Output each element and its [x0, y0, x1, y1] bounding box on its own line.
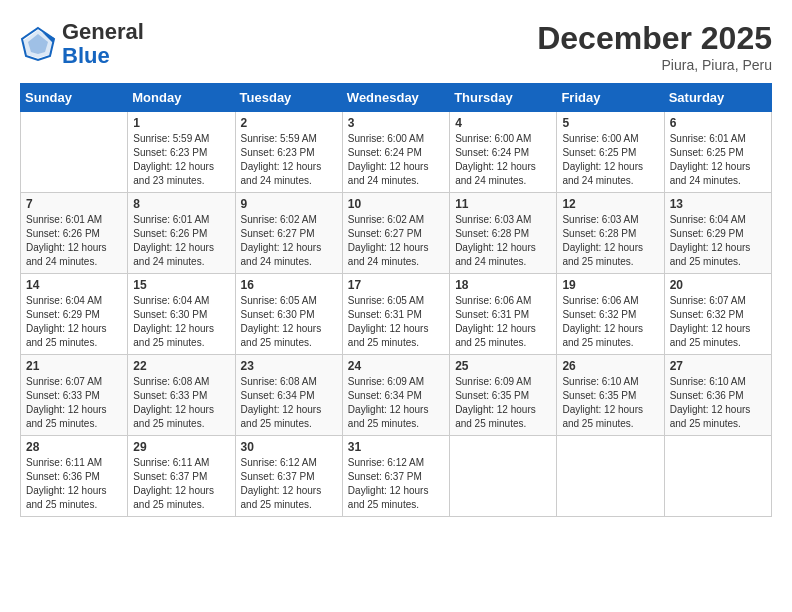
day-info: Sunrise: 6:11 AM Sunset: 6:36 PM Dayligh…: [26, 456, 122, 512]
calendar-cell: 21Sunrise: 6:07 AM Sunset: 6:33 PM Dayli…: [21, 355, 128, 436]
day-info: Sunrise: 6:08 AM Sunset: 6:33 PM Dayligh…: [133, 375, 229, 431]
calendar-cell: [450, 436, 557, 517]
calendar-cell: [664, 436, 771, 517]
day-info: Sunrise: 6:06 AM Sunset: 6:32 PM Dayligh…: [562, 294, 658, 350]
day-info: Sunrise: 6:00 AM Sunset: 6:25 PM Dayligh…: [562, 132, 658, 188]
day-info: Sunrise: 6:02 AM Sunset: 6:27 PM Dayligh…: [241, 213, 337, 269]
calendar-cell: 19Sunrise: 6:06 AM Sunset: 6:32 PM Dayli…: [557, 274, 664, 355]
day-header-sunday: Sunday: [21, 84, 128, 112]
day-info: Sunrise: 6:08 AM Sunset: 6:34 PM Dayligh…: [241, 375, 337, 431]
calendar-cell: 15Sunrise: 6:04 AM Sunset: 6:30 PM Dayli…: [128, 274, 235, 355]
day-number: 11: [455, 197, 551, 211]
day-info: Sunrise: 6:10 AM Sunset: 6:35 PM Dayligh…: [562, 375, 658, 431]
day-info: Sunrise: 6:02 AM Sunset: 6:27 PM Dayligh…: [348, 213, 444, 269]
day-number: 19: [562, 278, 658, 292]
day-number: 4: [455, 116, 551, 130]
day-number: 25: [455, 359, 551, 373]
day-number: 16: [241, 278, 337, 292]
day-header-monday: Monday: [128, 84, 235, 112]
day-number: 3: [348, 116, 444, 130]
logo-text: General Blue: [62, 20, 144, 68]
day-info: Sunrise: 6:04 AM Sunset: 6:30 PM Dayligh…: [133, 294, 229, 350]
day-number: 20: [670, 278, 766, 292]
logo: General Blue: [20, 20, 144, 68]
day-info: Sunrise: 6:05 AM Sunset: 6:30 PM Dayligh…: [241, 294, 337, 350]
day-info: Sunrise: 6:12 AM Sunset: 6:37 PM Dayligh…: [241, 456, 337, 512]
logo-icon: [20, 26, 56, 62]
day-number: 2: [241, 116, 337, 130]
calendar-header-row: SundayMondayTuesdayWednesdayThursdayFrid…: [21, 84, 772, 112]
day-header-tuesday: Tuesday: [235, 84, 342, 112]
day-info: Sunrise: 6:11 AM Sunset: 6:37 PM Dayligh…: [133, 456, 229, 512]
calendar-cell: 22Sunrise: 6:08 AM Sunset: 6:33 PM Dayli…: [128, 355, 235, 436]
day-header-wednesday: Wednesday: [342, 84, 449, 112]
day-info: Sunrise: 6:09 AM Sunset: 6:34 PM Dayligh…: [348, 375, 444, 431]
calendar-cell: 7Sunrise: 6:01 AM Sunset: 6:26 PM Daylig…: [21, 193, 128, 274]
calendar-week-1: 1Sunrise: 5:59 AM Sunset: 6:23 PM Daylig…: [21, 112, 772, 193]
calendar-cell: 2Sunrise: 5:59 AM Sunset: 6:23 PM Daylig…: [235, 112, 342, 193]
calendar-cell: 5Sunrise: 6:00 AM Sunset: 6:25 PM Daylig…: [557, 112, 664, 193]
calendar-cell: 28Sunrise: 6:11 AM Sunset: 6:36 PM Dayli…: [21, 436, 128, 517]
location: Piura, Piura, Peru: [537, 57, 772, 73]
calendar-cell: 6Sunrise: 6:01 AM Sunset: 6:25 PM Daylig…: [664, 112, 771, 193]
day-number: 29: [133, 440, 229, 454]
day-number: 10: [348, 197, 444, 211]
calendar-cell: 9Sunrise: 6:02 AM Sunset: 6:27 PM Daylig…: [235, 193, 342, 274]
day-info: Sunrise: 6:09 AM Sunset: 6:35 PM Dayligh…: [455, 375, 551, 431]
calendar-cell: 17Sunrise: 6:05 AM Sunset: 6:31 PM Dayli…: [342, 274, 449, 355]
calendar-body: 1Sunrise: 5:59 AM Sunset: 6:23 PM Daylig…: [21, 112, 772, 517]
day-number: 7: [26, 197, 122, 211]
day-info: Sunrise: 6:03 AM Sunset: 6:28 PM Dayligh…: [455, 213, 551, 269]
day-header-friday: Friday: [557, 84, 664, 112]
calendar-cell: 14Sunrise: 6:04 AM Sunset: 6:29 PM Dayli…: [21, 274, 128, 355]
month-title: December 2025: [537, 20, 772, 57]
day-info: Sunrise: 6:07 AM Sunset: 6:33 PM Dayligh…: [26, 375, 122, 431]
day-info: Sunrise: 6:10 AM Sunset: 6:36 PM Dayligh…: [670, 375, 766, 431]
title-block: December 2025 Piura, Piura, Peru: [537, 20, 772, 73]
day-info: Sunrise: 6:07 AM Sunset: 6:32 PM Dayligh…: [670, 294, 766, 350]
calendar-cell: 13Sunrise: 6:04 AM Sunset: 6:29 PM Dayli…: [664, 193, 771, 274]
day-number: 24: [348, 359, 444, 373]
day-info: Sunrise: 6:03 AM Sunset: 6:28 PM Dayligh…: [562, 213, 658, 269]
calendar-cell: 16Sunrise: 6:05 AM Sunset: 6:30 PM Dayli…: [235, 274, 342, 355]
day-info: Sunrise: 6:01 AM Sunset: 6:25 PM Dayligh…: [670, 132, 766, 188]
calendar-cell: 30Sunrise: 6:12 AM Sunset: 6:37 PM Dayli…: [235, 436, 342, 517]
calendar-cell: 20Sunrise: 6:07 AM Sunset: 6:32 PM Dayli…: [664, 274, 771, 355]
calendar-cell: 29Sunrise: 6:11 AM Sunset: 6:37 PM Dayli…: [128, 436, 235, 517]
day-number: 23: [241, 359, 337, 373]
calendar-week-5: 28Sunrise: 6:11 AM Sunset: 6:36 PM Dayli…: [21, 436, 772, 517]
day-number: 14: [26, 278, 122, 292]
day-number: 6: [670, 116, 766, 130]
day-info: Sunrise: 6:01 AM Sunset: 6:26 PM Dayligh…: [26, 213, 122, 269]
calendar-cell: 11Sunrise: 6:03 AM Sunset: 6:28 PM Dayli…: [450, 193, 557, 274]
day-number: 12: [562, 197, 658, 211]
calendar-cell: 8Sunrise: 6:01 AM Sunset: 6:26 PM Daylig…: [128, 193, 235, 274]
calendar-cell: 1Sunrise: 5:59 AM Sunset: 6:23 PM Daylig…: [128, 112, 235, 193]
day-info: Sunrise: 6:05 AM Sunset: 6:31 PM Dayligh…: [348, 294, 444, 350]
day-header-saturday: Saturday: [664, 84, 771, 112]
day-header-thursday: Thursday: [450, 84, 557, 112]
day-number: 18: [455, 278, 551, 292]
calendar-week-3: 14Sunrise: 6:04 AM Sunset: 6:29 PM Dayli…: [21, 274, 772, 355]
day-number: 22: [133, 359, 229, 373]
day-info: Sunrise: 6:04 AM Sunset: 6:29 PM Dayligh…: [26, 294, 122, 350]
day-number: 17: [348, 278, 444, 292]
day-number: 13: [670, 197, 766, 211]
calendar-cell: 24Sunrise: 6:09 AM Sunset: 6:34 PM Dayli…: [342, 355, 449, 436]
day-number: 8: [133, 197, 229, 211]
page-header: General Blue December 2025 Piura, Piura,…: [20, 20, 772, 73]
calendar-cell: 10Sunrise: 6:02 AM Sunset: 6:27 PM Dayli…: [342, 193, 449, 274]
day-info: Sunrise: 5:59 AM Sunset: 6:23 PM Dayligh…: [241, 132, 337, 188]
calendar-week-4: 21Sunrise: 6:07 AM Sunset: 6:33 PM Dayli…: [21, 355, 772, 436]
calendar-cell: 12Sunrise: 6:03 AM Sunset: 6:28 PM Dayli…: [557, 193, 664, 274]
day-number: 1: [133, 116, 229, 130]
day-info: Sunrise: 6:12 AM Sunset: 6:37 PM Dayligh…: [348, 456, 444, 512]
calendar-cell: [21, 112, 128, 193]
calendar-cell: 31Sunrise: 6:12 AM Sunset: 6:37 PM Dayli…: [342, 436, 449, 517]
day-number: 28: [26, 440, 122, 454]
day-info: Sunrise: 6:06 AM Sunset: 6:31 PM Dayligh…: [455, 294, 551, 350]
day-number: 5: [562, 116, 658, 130]
calendar-cell: 25Sunrise: 6:09 AM Sunset: 6:35 PM Dayli…: [450, 355, 557, 436]
calendar-cell: [557, 436, 664, 517]
day-number: 30: [241, 440, 337, 454]
